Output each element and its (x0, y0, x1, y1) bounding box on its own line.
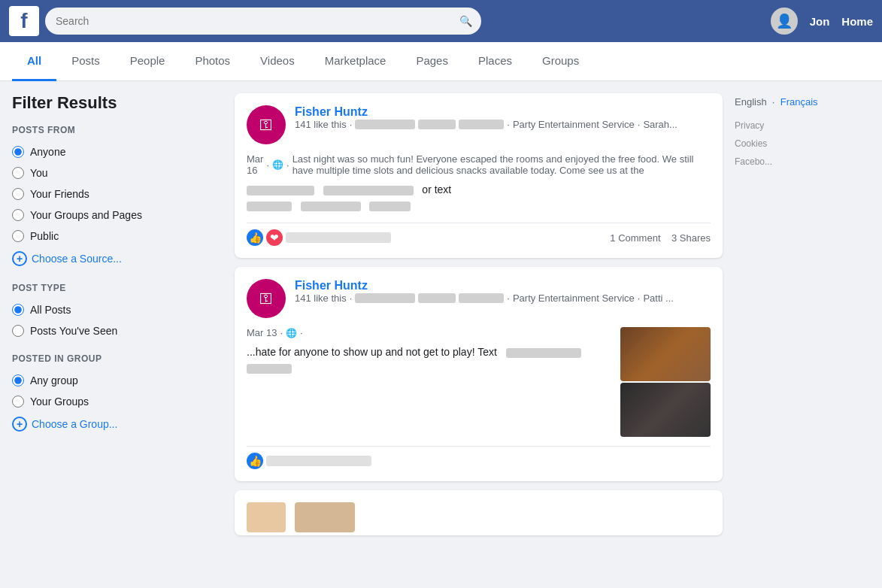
footer-cookies: Cookies (735, 135, 870, 153)
post-avatar-1: ⚿ (247, 105, 286, 144)
tab-posts[interactable]: Posts (56, 42, 115, 81)
post-image-2 (620, 383, 711, 437)
header: f 🔍 👤 Jon Home (0, 0, 882, 42)
filter-posts-seen[interactable]: Posts You've Seen (12, 320, 223, 341)
right-sidebar: English · Français Privacy Cookies Faceb… (735, 93, 870, 535)
posted-in-group-label: POSTED IN GROUP (12, 353, 223, 364)
tab-places[interactable]: Places (463, 42, 527, 81)
filter-any-group-radio[interactable] (12, 374, 24, 386)
filter-title: Filter Results (12, 93, 223, 113)
filter-anyone-label: Anyone (30, 146, 65, 158)
globe-icon-1: 🌐 (272, 159, 283, 170)
header-right: 👤 Jon Home (771, 8, 873, 35)
post-avatar-icon-1: ⚿ (250, 109, 282, 141)
filter-anyone-radio[interactable] (12, 146, 24, 158)
language-current: English (735, 96, 767, 108)
post-meta-2: Fisher Huntz 141 like this · · Party Ent… (295, 279, 711, 304)
post-partial-image-2 (295, 502, 355, 532)
post-service-1: Party Entertainment Service (513, 119, 635, 130)
reaction-blurred-1 (286, 232, 391, 243)
blurred-text-4b (247, 364, 292, 374)
post-likes-2: 141 like this (295, 292, 347, 304)
post-image-col-2 (620, 327, 711, 437)
tab-photos[interactable]: Photos (180, 42, 245, 81)
tab-people[interactable]: People (115, 42, 180, 81)
post-text-1: or text (247, 182, 711, 214)
post-comments-1: 1 Comment (610, 232, 660, 244)
post-likes-1: 141 like this (295, 119, 347, 130)
filter-you-label: You (30, 167, 48, 179)
filter-any-group[interactable]: Any group (12, 370, 223, 391)
filter-anyone[interactable]: Anyone (12, 141, 223, 162)
blurred-text-2c (247, 202, 292, 211)
blurred-text-2b (323, 186, 414, 195)
filter-groups-pages-label: Your Groups and Pages (30, 209, 142, 221)
post-service-2: Party Entertainment Service (513, 292, 635, 304)
filter-sidebar: Filter Results POSTS FROM Anyone You You… (12, 93, 223, 535)
reaction-icons-1: 👍 ❤ (247, 229, 391, 246)
post-tagged-2: Patti ... (643, 292, 673, 304)
post-card-2: ⚿ Fisher Huntz 141 like this · · Party (235, 267, 723, 481)
filter-your-friends[interactable]: Your Friends (12, 183, 223, 205)
filter-your-groups-radio[interactable] (12, 396, 24, 408)
footer-links: Privacy Cookies Facebo... (735, 117, 870, 171)
tab-videos[interactable]: Videos (245, 42, 310, 81)
post-partial-image-1 (247, 502, 286, 532)
plus-circle-group-icon: + (12, 417, 27, 432)
tab-groups[interactable]: Groups (527, 42, 594, 81)
plus-circle-icon: + (12, 251, 27, 266)
post-text-col-2: Mar 13 · 🌐 · ...hate for anyone to show … (247, 327, 611, 437)
svg-text:⚿: ⚿ (259, 117, 273, 132)
post-card-3-partial (235, 490, 723, 535)
post-actions-bar-2: 👍 (247, 446, 711, 469)
tab-pages[interactable]: Pages (401, 42, 463, 81)
blurred-text-4a (506, 348, 581, 358)
filter-all-posts[interactable]: All Posts (12, 299, 223, 320)
filter-public-radio[interactable] (12, 230, 24, 242)
choose-group-label: Choose a Group... (32, 418, 117, 430)
post-header-1: ⚿ Fisher Huntz 141 like this · · Party (247, 105, 711, 144)
like-icon-1: 👍 (247, 229, 263, 246)
filter-you-radio[interactable] (12, 167, 24, 179)
filter-public[interactable]: Public (12, 226, 223, 247)
filter-all-posts-radio[interactable] (12, 304, 24, 316)
reaction-blurred-2 (266, 456, 371, 466)
language-link[interactable]: Français (780, 96, 818, 108)
post-author-1[interactable]: Fisher Huntz (295, 105, 368, 118)
search-bar: 🔍 (45, 8, 481, 35)
filter-groups-pages-radio[interactable] (12, 209, 24, 221)
post-type-label: POST TYPE (12, 283, 223, 293)
post-tagged-1: Sarah... (643, 119, 677, 130)
tab-all[interactable]: All (12, 42, 56, 81)
avatar[interactable]: 👤 (771, 8, 798, 35)
post-actions-bar-1: 👍 ❤ 1 Comment 3 Shares (247, 223, 711, 246)
filter-your-groups[interactable]: Your Groups (12, 391, 223, 412)
filter-groups-pages[interactable]: Your Groups and Pages (12, 205, 223, 226)
footer-privacy: Privacy (735, 117, 870, 135)
post-avatar-2: ⚿ (247, 279, 286, 318)
post-avatar-icon-2: ⚿ (250, 283, 282, 314)
post-date-2: Mar 13 · 🌐 · (247, 327, 611, 338)
facebook-logo[interactable]: f (9, 6, 39, 36)
search-input[interactable] (45, 8, 481, 35)
post-content-2: Mar 13 · 🌐 · ...hate for anyone to show … (247, 327, 711, 437)
filter-all-posts-label: All Posts (30, 304, 71, 316)
user-name[interactable]: Jon (810, 15, 830, 28)
post-meta-line-1: 141 like this · · Party Entertainment Se… (295, 119, 711, 130)
post-text-suffix-1: or text (422, 183, 451, 195)
filter-your-friends-radio[interactable] (12, 188, 24, 200)
tab-marketplace[interactable]: Marketplace (310, 42, 402, 81)
filter-your-friends-label: Your Friends (30, 188, 89, 200)
post-stats-1: 1 Comment 3 Shares (610, 232, 711, 244)
choose-source-button[interactable]: + Choose a Source... (12, 247, 223, 271)
filter-posts-seen-radio[interactable] (12, 325, 24, 337)
search-icon: 🔍 (459, 15, 472, 27)
filter-public-label: Public (30, 230, 59, 242)
filter-you[interactable]: You (12, 162, 223, 183)
footer-facebook: Facebo... (735, 153, 870, 171)
post-author-2[interactable]: Fisher Huntz (295, 279, 368, 292)
home-link[interactable]: Home (841, 15, 873, 28)
choose-group-button[interactable]: + Choose a Group... (12, 412, 223, 436)
post-meta-1: Fisher Huntz 141 like this · · Party Ent… (295, 105, 711, 130)
post-partial-header (247, 502, 711, 532)
